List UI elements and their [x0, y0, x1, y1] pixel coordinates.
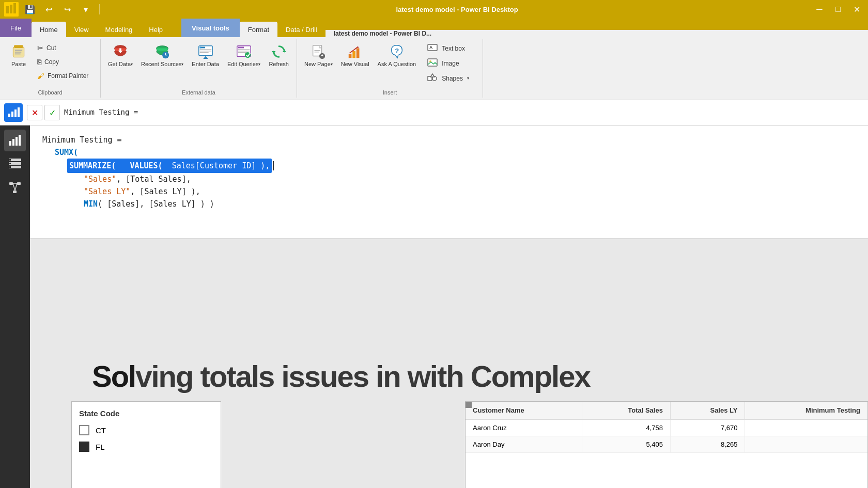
window-title: latest demo model - Power BI Desktop	[106, 6, 808, 13]
code-line-5: "Sales LY" , [Sales LY] ),	[42, 185, 856, 198]
formula-bar: ✕ ✓ Minimum Testing =	[0, 100, 868, 125]
checkbox-ct[interactable]	[79, 425, 89, 435]
filter-option-fl[interactable]: FL	[79, 442, 213, 452]
new-visual-button[interactable]: New Visual	[338, 41, 373, 69]
new-visual-icon	[347, 43, 363, 60]
title-bar: 💾 ↩ ↪ ▾ latest demo model - Power BI Des…	[0, 0, 868, 19]
sidebar-icon-model[interactable]	[4, 177, 26, 199]
get-data-icon	[112, 43, 129, 60]
format-painter-button[interactable]: 🖌 Format Painter	[34, 71, 96, 81]
ribbon-group-clipboard: Paste ✂ Cut ⎘ Copy 🖌 Format Painter Clip…	[0, 39, 101, 98]
svg-line-66	[15, 183, 17, 191]
code-line-6: MIN ( [Sales], [Sales LY] ) )	[42, 198, 856, 210]
ribbon-group-insert: New Page ▾ New Visual	[297, 39, 483, 98]
recent-sources-label: Recent Sources	[141, 61, 181, 67]
svg-rect-2	[10, 5, 12, 13]
data-table-widget[interactable]: Customer Name Total Sales Sales LY Minim…	[465, 401, 868, 488]
code-line-1: Minimum Testing =	[42, 134, 856, 146]
svg-rect-63	[13, 191, 17, 193]
external-data-group-label: External data	[105, 87, 292, 96]
undo-button[interactable]: ↩	[41, 2, 56, 17]
save-button[interactable]: 💾	[23, 2, 37, 17]
quick-access-button[interactable]: ▾	[79, 2, 93, 17]
checkbox-fl[interactable]	[79, 442, 89, 452]
sidebar-icon-report[interactable]	[4, 130, 26, 151]
svg-rect-24	[238, 51, 250, 51]
paste-label: Paste	[11, 61, 26, 67]
filter-label-ct: CT	[96, 426, 106, 435]
tab-view[interactable]: View	[66, 22, 97, 37]
copy-label: Copy	[44, 58, 59, 66]
ask-question-button[interactable]: ? Ask A Question	[375, 41, 420, 69]
svg-rect-52	[12, 139, 14, 146]
enter-data-label: Enter Data	[192, 61, 219, 67]
svg-rect-16	[199, 47, 201, 49]
ask-question-label: Ask A Question	[378, 61, 416, 67]
slide-subtitle-text: ving totals issues in with Complex	[135, 359, 590, 393]
redo-button[interactable]: ↪	[60, 2, 74, 17]
tab-format[interactable]: Format	[240, 22, 277, 37]
formula-editor[interactable]: Minimum Testing =	[64, 107, 864, 118]
canvas[interactable]: Minimum Testing = SUMX( SUMMARIZE( VALUE…	[30, 125, 868, 488]
refresh-label: Refresh	[269, 61, 289, 67]
tab-modeling[interactable]: Modeling	[97, 22, 141, 37]
paste-icon	[10, 43, 27, 60]
svg-rect-50	[18, 107, 20, 117]
new-page-button[interactable]: New Page ▾	[301, 41, 336, 69]
tab-file[interactable]: File	[0, 19, 32, 37]
enter-data-button[interactable]: Enter Data	[189, 41, 222, 69]
cut-icon: ✂	[37, 44, 43, 52]
image-label: Image	[442, 60, 459, 67]
code-line-3: SUMMARIZE( VALUES( Sales[Customer ID] ),	[42, 159, 856, 173]
formula-cancel-button[interactable]: ✕	[27, 105, 42, 120]
new-visual-label: New Visual	[341, 61, 369, 67]
th-total-sales[interactable]: Total Sales	[582, 402, 670, 419]
paste-button[interactable]: Paste	[4, 41, 33, 69]
close-button[interactable]: ✕	[849, 2, 864, 17]
text-box-button[interactable]: A Text box	[423, 41, 475, 55]
code-editor[interactable]: Minimum Testing = SUMX( SUMMARIZE( VALUE…	[30, 125, 868, 239]
resize-handle[interactable]	[466, 402, 472, 408]
refresh-button[interactable]: Refresh	[266, 41, 292, 69]
filter-pane-title: State Code	[79, 409, 213, 418]
format-painter-label: Format Painter	[48, 72, 88, 80]
table-row: Aaron Cruz 4,758 7,670	[466, 419, 867, 436]
shapes-button[interactable]: Shapes ▾	[423, 71, 475, 85]
tab-help[interactable]: Help	[141, 22, 171, 37]
maximize-button[interactable]: □	[831, 2, 845, 17]
text-cursor	[273, 161, 274, 170]
copy-button[interactable]: ⎘ Copy	[34, 57, 96, 67]
separator	[99, 4, 100, 14]
svg-rect-30	[315, 50, 320, 51]
svg-rect-48	[11, 112, 13, 117]
get-data-button[interactable]: Get Data ▾	[105, 41, 136, 69]
visual-type-indicator	[4, 103, 23, 122]
svg-rect-34	[322, 54, 322, 56]
th-sales-ly[interactable]: Sales LY	[670, 402, 745, 419]
app-logo	[4, 2, 19, 17]
image-button[interactable]: Image	[423, 56, 475, 70]
formula-text: Minimum Testing =	[64, 108, 138, 116]
cut-button[interactable]: ✂ Cut	[34, 43, 96, 53]
selected-code: SUMMARIZE( VALUES( Sales[Customer ID] ),	[67, 159, 272, 173]
formula-confirm-button[interactable]: ✓	[44, 105, 60, 120]
minimize-button[interactable]: ─	[812, 2, 827, 17]
main-area: Minimum Testing = SUMX( SUMMARIZE( VALUE…	[0, 125, 868, 488]
svg-rect-8	[15, 52, 21, 53]
sidebar-icon-data[interactable]	[4, 153, 26, 175]
svg-text:?: ?	[395, 47, 399, 55]
slide-title-text: Sol	[92, 359, 135, 393]
recent-sources-button[interactable]: Recent Sources ▾	[138, 41, 187, 69]
new-page-label: New Page	[304, 61, 331, 67]
edit-queries-button[interactable]: Edit Queries ▾	[224, 41, 264, 69]
th-min-testing[interactable]: Minimum Testing	[745, 402, 867, 419]
tab-home[interactable]: Home	[32, 22, 66, 37]
svg-rect-58	[9, 159, 11, 161]
svg-rect-36	[352, 51, 355, 58]
tab-datadrill[interactable]: Data / Drill	[277, 22, 326, 37]
th-customer-name[interactable]: Customer Name	[466, 402, 582, 419]
filter-option-ct[interactable]: CT	[79, 425, 213, 435]
shapes-label: Shapes	[442, 75, 463, 82]
app-title-bar-text: latest demo model - Power BI D...	[326, 30, 868, 37]
svg-rect-19	[199, 52, 208, 53]
